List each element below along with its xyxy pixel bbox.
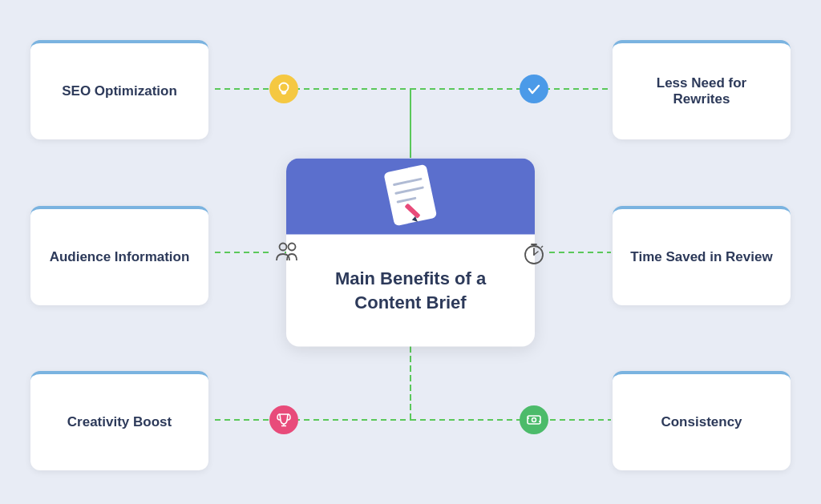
consistency-card: Consistency <box>613 371 791 470</box>
svg-point-29 <box>289 244 296 251</box>
timesaved-label: Time Saved in Review <box>630 249 772 265</box>
svg-rect-38 <box>528 416 540 424</box>
document-icon <box>376 159 444 233</box>
center-card-header <box>286 158 535 234</box>
audience-card: Audience Information <box>30 206 208 305</box>
stopwatch-icon <box>520 238 548 267</box>
consistency-label: Consistency <box>661 414 742 430</box>
svg-point-28 <box>280 244 287 251</box>
center-card: Main Benefits of aContent Brief <box>286 158 535 346</box>
checkmark-icon <box>520 75 548 103</box>
seo-label: SEO Optimization <box>62 83 177 99</box>
svg-point-39 <box>532 418 536 422</box>
creativity-label: Creativity Boost <box>67 414 172 430</box>
diagram-container: SEO Optimization Less Need for Rewrites … <box>0 0 821 504</box>
audience-label: Audience Information <box>50 249 190 265</box>
seo-card: SEO Optimization <box>30 40 208 139</box>
svg-line-35 <box>541 246 543 248</box>
rewrites-label: Less Need for Rewrites <box>627 75 776 107</box>
rewrites-card: Less Need for Rewrites <box>613 40 791 139</box>
people-icon <box>273 238 301 267</box>
center-title: Main Benefits of aContent Brief <box>335 266 486 313</box>
creativity-card: Creativity Boost <box>30 371 208 470</box>
trophy-icon <box>269 405 298 434</box>
timesaved-card: Time Saved in Review <box>613 206 791 305</box>
money-icon <box>520 405 548 434</box>
svg-point-23 <box>280 83 289 92</box>
center-card-body: Main Benefits of aContent Brief <box>319 234 502 346</box>
svg-line-27 <box>288 85 289 86</box>
lightbulb-icon <box>269 75 298 103</box>
svg-rect-17 <box>383 164 437 227</box>
svg-line-26 <box>279 85 280 86</box>
